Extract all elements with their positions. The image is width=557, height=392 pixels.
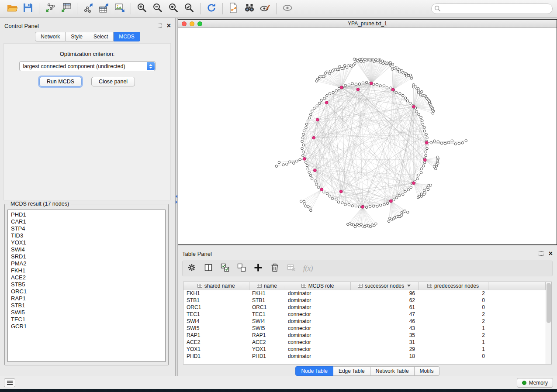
network-node[interactable] — [341, 67, 343, 70]
network-node[interactable] — [425, 151, 427, 153]
network-node[interactable] — [282, 164, 285, 166]
cell-MCDS-role[interactable]: connector — [285, 311, 350, 318]
cell-name[interactable]: FKH1 — [249, 290, 285, 297]
cell-shared-name[interactable]: TEC1 — [183, 311, 249, 318]
table-row[interactable]: STB1STB1dominator620 — [183, 297, 546, 304]
network-node[interactable] — [421, 90, 423, 93]
mcds-dominator-node[interactable] — [316, 118, 319, 121]
network-node[interactable] — [316, 105, 318, 107]
network-node[interactable] — [331, 197, 334, 200]
network-node[interactable] — [305, 127, 308, 129]
network-node[interactable] — [302, 144, 305, 146]
network-node[interactable] — [380, 204, 382, 206]
cell-predecessor-nodes[interactable]: 2 — [418, 290, 488, 297]
network-node[interactable] — [302, 151, 304, 153]
close-panel-icon[interactable] — [167, 23, 171, 28]
export-image-button[interactable] — [112, 2, 128, 16]
show-graphics-details-button[interactable] — [280, 2, 295, 16]
network-node[interactable] — [429, 184, 432, 187]
zoom-selected-button[interactable] — [181, 2, 197, 16]
mcds-result-item[interactable]: FKH1 — [11, 267, 165, 274]
float-panel-icon[interactable] — [157, 24, 162, 28]
network-node[interactable] — [395, 196, 398, 199]
network-node[interactable] — [309, 174, 312, 177]
tab-network[interactable]: Network — [35, 32, 66, 41]
criterion-dropdown[interactable]: largest connected component (undirected) — [19, 61, 156, 71]
mcds-result-item[interactable]: PMA2 — [11, 260, 165, 267]
network-node[interactable] — [344, 84, 347, 87]
network-node[interactable] — [420, 168, 423, 170]
network-node[interactable] — [323, 191, 325, 193]
table-row[interactable]: ORC1ORC1dominator610 — [183, 304, 546, 311]
network-node[interactable] — [404, 97, 407, 100]
cell-name[interactable]: TEC1 — [249, 311, 285, 318]
table-scrollbar-thumb[interactable] — [547, 283, 551, 323]
cell-successor-nodes[interactable]: 18 — [350, 353, 418, 360]
cell-name[interactable]: SWI4 — [249, 318, 285, 325]
network-node[interactable] — [375, 223, 377, 225]
cell-MCDS-role[interactable]: dominator — [285, 290, 350, 297]
mcds-result-item[interactable]: SWI4 — [11, 246, 165, 253]
network-node[interactable] — [398, 194, 401, 197]
mcds-dominator-node[interactable] — [412, 105, 415, 108]
network-node[interactable] — [386, 87, 388, 89]
network-node[interactable] — [286, 163, 288, 165]
import-table-button[interactable] — [58, 2, 74, 16]
network-node[interactable] — [437, 141, 439, 143]
network-node[interactable] — [423, 126, 426, 129]
network-node[interactable] — [308, 171, 311, 174]
mcds-result-item[interactable]: RAP1 — [11, 295, 165, 302]
network-node[interactable] — [401, 94, 404, 97]
open-folder-button[interactable] — [4, 2, 20, 16]
network-node[interactable] — [407, 189, 410, 191]
table-row[interactable]: SWI5SWI5connector431 — [183, 325, 546, 332]
mcds-dominator-node[interactable] — [313, 169, 316, 172]
mcds-dominator-node[interactable] — [356, 88, 360, 91]
mcds-result-item[interactable]: TID3 — [11, 232, 165, 239]
network-node[interactable] — [304, 205, 307, 207]
column-selector-button[interactable] — [202, 262, 215, 275]
cell-successor-nodes[interactable]: 62 — [350, 297, 418, 304]
network-node[interactable] — [278, 161, 280, 164]
show-panels-button[interactable] — [4, 378, 15, 387]
network-node[interactable] — [425, 154, 427, 157]
network-node[interactable] — [412, 83, 415, 86]
cell-predecessor-nodes[interactable]: 2 — [418, 311, 488, 318]
network-node[interactable] — [339, 65, 341, 68]
mcds-result-item[interactable]: STB5 — [11, 281, 165, 288]
mcds-dominator-node[interactable] — [390, 199, 393, 203]
cell-name[interactable]: ACE2 — [249, 339, 285, 346]
column-header-predecessor-nodes[interactable]: predecessor nodes — [418, 282, 488, 290]
mcds-result-item[interactable]: ORC1 — [11, 288, 165, 295]
cell-successor-nodes[interactable]: 43 — [350, 325, 418, 332]
cell-MCDS-role[interactable]: dominator — [285, 353, 350, 360]
cell-predecessor-nodes[interactable]: 0 — [418, 297, 488, 304]
cell-MCDS-role[interactable]: dominator — [285, 304, 350, 311]
cell-name[interactable]: PHD1 — [249, 353, 285, 360]
network-node[interactable] — [289, 161, 291, 163]
add-row-button[interactable] — [252, 262, 265, 275]
network-node[interactable] — [386, 202, 389, 205]
network-node[interactable] — [440, 142, 443, 144]
network-node[interactable] — [426, 147, 429, 150]
column-header-successor-nodes[interactable]: successor nodes — [350, 282, 418, 290]
node-table-scroll[interactable]: shared namenameMCDS rolesuccessor nodesp… — [183, 282, 546, 364]
table-tab-node-table[interactable]: Node Table — [295, 366, 333, 376]
network-node[interactable] — [351, 205, 354, 207]
network-node[interactable] — [461, 141, 464, 144]
cell-shared-name[interactable]: SWI4 — [183, 318, 249, 325]
close-table-panel-icon[interactable] — [549, 251, 553, 256]
network-node[interactable] — [275, 165, 278, 168]
cell-successor-nodes[interactable]: 96 — [350, 290, 418, 297]
network-node[interactable] — [444, 142, 446, 145]
mcds-dominator-node[interactable] — [339, 190, 343, 193]
cell-name[interactable]: YOX1 — [249, 346, 285, 353]
network-node[interactable] — [416, 178, 419, 180]
network-node[interactable] — [354, 225, 356, 228]
network-node[interactable] — [430, 141, 432, 144]
network-node[interactable] — [341, 202, 344, 204]
mcds-result-item[interactable]: ACE2 — [11, 274, 165, 281]
select-all-rows-button[interactable] — [218, 262, 232, 275]
network-node[interactable] — [300, 200, 302, 203]
cell-shared-name[interactable]: FKH1 — [183, 290, 249, 297]
